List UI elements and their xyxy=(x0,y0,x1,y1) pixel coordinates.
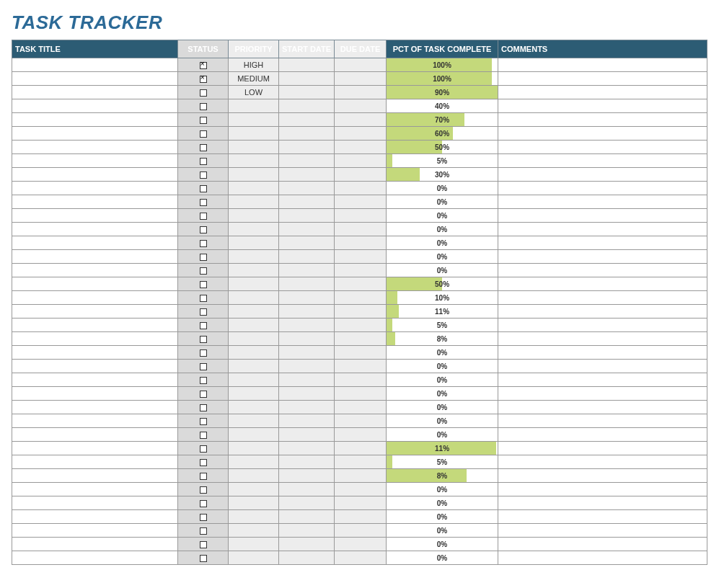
start-date-cell[interactable] xyxy=(279,223,335,236)
task-title-cell[interactable] xyxy=(12,469,178,483)
status-cell[interactable] xyxy=(178,483,229,496)
status-cell[interactable] xyxy=(178,154,229,168)
pct-complete-cell[interactable]: 0% xyxy=(387,236,498,250)
task-title-cell[interactable] xyxy=(12,86,178,99)
start-date-cell[interactable] xyxy=(279,264,335,277)
status-checkbox[interactable] xyxy=(200,117,207,124)
pct-complete-cell[interactable]: 0% xyxy=(387,387,498,401)
task-title-cell[interactable] xyxy=(12,538,178,551)
comments-cell[interactable] xyxy=(498,387,707,401)
status-checkbox[interactable] xyxy=(200,254,207,261)
comments-cell[interactable] xyxy=(498,551,707,565)
start-date-cell[interactable] xyxy=(279,496,335,510)
comments-cell[interactable] xyxy=(498,483,707,496)
due-date-cell[interactable] xyxy=(335,86,387,99)
comments-cell[interactable] xyxy=(498,373,707,387)
task-title-cell[interactable] xyxy=(12,524,178,538)
pct-complete-cell[interactable]: 8% xyxy=(387,332,498,346)
pct-complete-cell[interactable]: 0% xyxy=(387,264,498,277)
priority-cell[interactable] xyxy=(229,236,279,250)
status-cell[interactable] xyxy=(178,113,229,127)
status-cell[interactable] xyxy=(178,277,229,291)
priority-cell[interactable] xyxy=(229,510,279,524)
due-date-cell[interactable] xyxy=(335,277,387,291)
task-title-cell[interactable] xyxy=(12,346,178,360)
status-cell[interactable] xyxy=(178,414,229,428)
task-title-cell[interactable] xyxy=(12,387,178,401)
status-cell[interactable] xyxy=(178,305,229,318)
priority-cell[interactable] xyxy=(229,496,279,510)
due-date-cell[interactable] xyxy=(335,401,387,414)
pct-complete-cell[interactable]: 60% xyxy=(387,127,498,141)
comments-cell[interactable] xyxy=(498,360,707,373)
comments-cell[interactable] xyxy=(498,209,707,223)
pct-complete-cell[interactable]: 0% xyxy=(387,182,498,195)
status-checkbox[interactable] xyxy=(200,514,207,521)
status-cell[interactable] xyxy=(178,401,229,414)
status-checkbox[interactable] xyxy=(200,349,207,357)
comments-cell[interactable] xyxy=(498,223,707,236)
due-date-cell[interactable] xyxy=(335,250,387,264)
status-checkbox[interactable] xyxy=(200,89,207,97)
header-start-date[interactable]: START DATE xyxy=(279,40,335,58)
due-date-cell[interactable] xyxy=(335,414,387,428)
comments-cell[interactable] xyxy=(498,469,707,483)
due-date-cell[interactable] xyxy=(335,154,387,168)
status-checkbox[interactable] xyxy=(200,267,207,275)
due-date-cell[interactable] xyxy=(335,209,387,223)
due-date-cell[interactable] xyxy=(335,496,387,510)
status-cell[interactable] xyxy=(178,387,229,401)
task-title-cell[interactable] xyxy=(12,195,178,209)
status-checkbox[interactable] xyxy=(200,418,207,425)
comments-cell[interactable] xyxy=(498,236,707,250)
task-title-cell[interactable] xyxy=(12,141,178,154)
status-cell[interactable] xyxy=(178,195,229,209)
pct-complete-cell[interactable]: 0% xyxy=(387,496,498,510)
header-due-date[interactable]: DUE DATE xyxy=(335,40,387,58)
due-date-cell[interactable] xyxy=(335,442,387,455)
status-cell[interactable] xyxy=(178,428,229,442)
status-checkbox[interactable] xyxy=(200,226,207,233)
start-date-cell[interactable] xyxy=(279,141,335,154)
status-cell[interactable] xyxy=(178,264,229,277)
status-checkbox[interactable] xyxy=(200,172,207,179)
status-cell[interactable] xyxy=(178,318,229,332)
status-checkbox[interactable] xyxy=(200,500,207,507)
comments-cell[interactable] xyxy=(498,401,707,414)
due-date-cell[interactable] xyxy=(335,264,387,277)
task-title-cell[interactable] xyxy=(12,113,178,127)
status-cell[interactable] xyxy=(178,442,229,455)
start-date-cell[interactable] xyxy=(279,455,335,469)
status-cell[interactable] xyxy=(178,510,229,524)
status-cell[interactable] xyxy=(178,223,229,236)
priority-cell[interactable] xyxy=(229,127,279,141)
comments-cell[interactable] xyxy=(498,277,707,291)
start-date-cell[interactable] xyxy=(279,551,335,565)
start-date-cell[interactable] xyxy=(279,428,335,442)
start-date-cell[interactable] xyxy=(279,250,335,264)
start-date-cell[interactable] xyxy=(279,236,335,250)
status-cell[interactable] xyxy=(178,455,229,469)
due-date-cell[interactable] xyxy=(335,387,387,401)
task-title-cell[interactable] xyxy=(12,236,178,250)
comments-cell[interactable] xyxy=(498,99,707,113)
due-date-cell[interactable] xyxy=(335,113,387,127)
pct-complete-cell[interactable]: 0% xyxy=(387,250,498,264)
status-checkbox[interactable] xyxy=(200,76,207,83)
comments-cell[interactable] xyxy=(498,127,707,141)
comments-cell[interactable] xyxy=(498,264,707,277)
task-title-cell[interactable] xyxy=(12,250,178,264)
pct-complete-cell[interactable]: 0% xyxy=(387,414,498,428)
task-title-cell[interactable] xyxy=(12,182,178,195)
task-title-cell[interactable] xyxy=(12,510,178,524)
start-date-cell[interactable] xyxy=(279,127,335,141)
task-title-cell[interactable] xyxy=(12,401,178,414)
comments-cell[interactable] xyxy=(498,538,707,551)
pct-complete-cell[interactable]: 0% xyxy=(387,401,498,414)
task-title-cell[interactable] xyxy=(12,305,178,318)
pct-complete-cell[interactable]: 50% xyxy=(387,141,498,154)
due-date-cell[interactable] xyxy=(335,551,387,565)
status-checkbox[interactable] xyxy=(200,473,207,480)
status-cell[interactable] xyxy=(178,346,229,360)
task-title-cell[interactable] xyxy=(12,442,178,455)
